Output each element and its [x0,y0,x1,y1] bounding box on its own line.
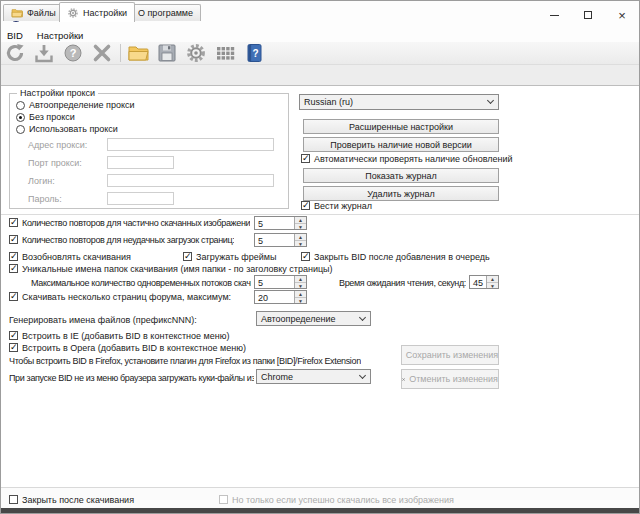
proxy-groupbox: Настройки прокси Автоопределение прокси … [9,93,289,209]
close-after-download-checkbox[interactable]: Закрыть после скачивания [9,495,134,505]
x-icon [402,374,405,385]
proxy-password-label: Пароль: [28,194,62,204]
maximize-button[interactable] [571,1,605,29]
checkbox-checked-icon [9,343,18,352]
checkbox-checked-icon [183,252,192,261]
tab-settings[interactable]: Настройки [59,2,135,22]
checkbox-checked-icon [9,292,18,301]
radio-icon [16,125,25,134]
spin-up-icon[interactable] [295,291,306,298]
close-button[interactable] [605,1,639,29]
help-book-button[interactable]: ? [243,42,265,64]
proxy-none-radio[interactable]: Без прокси [16,112,75,122]
delete-log-button[interactable]: Удалить журнал [303,186,499,201]
chevron-down-icon [482,95,498,109]
svg-text:?: ? [70,47,77,59]
checkbox-checked-icon [301,252,310,261]
forum-pages-checkbox[interactable]: Скачивать несколько страниц форума, макс… [9,292,231,302]
gear-icon [67,7,79,19]
close-after-queue-checkbox[interactable]: Закрыть BID после добавления в очередь [301,252,490,262]
spin-down-icon[interactable] [295,283,306,289]
menu-settings[interactable]: Настройки [37,30,84,41]
cancel-button[interactable] [91,42,113,64]
download-icon [33,42,55,64]
resume-downloads-checkbox[interactable]: Возобновлять скачивания [9,252,131,262]
only-if-success-checkbox[interactable]: Но только если успешно скачались все изо… [219,495,454,505]
close-icon [618,9,626,22]
proxy-port-label: Порт прокси: [28,158,82,168]
add-to-queue-button[interactable] [33,42,55,64]
batch-button[interactable] [214,42,236,64]
cancel-changes-button[interactable]: Отменить изменения [401,369,499,389]
cookies-label: При запуске BID не из меню браузера загр… [9,373,254,383]
help-book-icon: ? [243,42,265,64]
tab-strip [1,65,639,85]
open-folder-button[interactable] [127,42,149,64]
retry-images-spinner[interactable]: 5 [254,216,307,230]
floppy-icon [156,42,178,64]
checkbox-checked-icon [9,235,18,244]
spin-down-icon[interactable] [295,224,306,230]
window-bottom-shadow [1,508,639,514]
language-select[interactable]: Russian (ru) [299,94,499,110]
cookies-select[interactable]: Chrome [256,369,371,384]
chevron-down-icon [354,312,370,325]
retry-pages-checkbox[interactable]: Количество повторов для неудачных загруз… [9,235,234,245]
spin-down-icon[interactable] [487,283,498,289]
forum-pages-spinner[interactable]: 20 [254,290,307,304]
spin-up-icon[interactable] [487,276,498,283]
firefox-note: Чтобы встроить BID в Firefox, установите… [9,356,361,366]
proxy-use-radio[interactable]: Использовать прокси [16,124,118,134]
proxy-port-input[interactable] [107,156,174,169]
maximize-icon [584,11,592,19]
check-version-button[interactable]: Проверить наличие новой версии [303,137,499,152]
max-threads-label: Максимальное количество одновременных по… [31,278,251,288]
grid-icon [214,42,236,64]
toolbar: ? ? [1,42,639,65]
settings-button[interactable] [185,42,207,64]
spin-down-icon[interactable] [295,241,306,247]
unique-folders-checkbox[interactable]: Уникальные имена папок скачивания (имя п… [9,264,333,274]
toolbar-separator [120,44,121,62]
spin-up-icon[interactable] [295,234,306,241]
tab-settings-label: Настройки [83,8,127,18]
checkbox-checked-icon [9,331,18,340]
spin-down-icon[interactable] [295,298,306,304]
opera-integration-checkbox[interactable]: Встроить в Opera (добавить BID в контекс… [9,343,246,353]
minimize-button[interactable] [537,1,571,29]
folder-icon [11,7,23,19]
load-frames-checkbox[interactable]: Загружать фреймы [183,252,276,262]
spin-up-icon[interactable] [295,217,306,224]
proxy-group-title: Настройки прокси [17,88,98,98]
show-log-button[interactable]: Показать журнал [303,168,499,183]
retry-pages-spinner[interactable]: 5 [254,233,307,247]
proxy-address-input[interactable] [107,138,274,151]
filenames-select[interactable]: Автоопределение [256,311,371,326]
checkbox-checked-icon [9,264,18,273]
menu-bid[interactable]: BID [7,30,23,41]
ie-integration-checkbox[interactable]: Встроить в IE (добавить BID в контекстно… [9,331,229,341]
save-settings-button[interactable] [156,42,178,64]
x-icon [91,42,113,64]
keep-log-checkbox[interactable]: Вести журнал [301,201,372,211]
checkbox-unchecked-icon [9,495,18,504]
menu-bar: BID Настройки [1,29,639,42]
proxy-password-input[interactable] [107,192,174,205]
save-changes-button[interactable]: Сохранить изменения [401,345,499,365]
read-timeout-spinner[interactable]: 45 [469,275,499,289]
advanced-settings-button[interactable]: Расширенные настройки [303,119,499,134]
checkbox-checked-icon [9,218,18,227]
max-threads-spinner[interactable]: 5 [254,275,307,289]
minimize-icon [550,15,559,16]
proxy-login-input[interactable] [107,174,274,187]
auto-check-updates-checkbox[interactable]: Автоматически проверять наличие обновлен… [301,154,513,164]
tab-files-label: Файлы [27,8,56,18]
help-circle-icon: ? [62,42,84,64]
spin-up-icon[interactable] [295,276,306,283]
retry-images-checkbox[interactable]: Количество повторов для частично скачанн… [9,218,250,228]
proxy-auto-radio[interactable]: Автоопределение прокси [16,100,134,110]
help-button[interactable]: ? [62,42,84,64]
filenames-label: Генерировать имена файлов (префиксNNN): [9,315,197,325]
refresh-button[interactable] [4,42,26,64]
tab-files[interactable]: Файлы [3,4,64,21]
